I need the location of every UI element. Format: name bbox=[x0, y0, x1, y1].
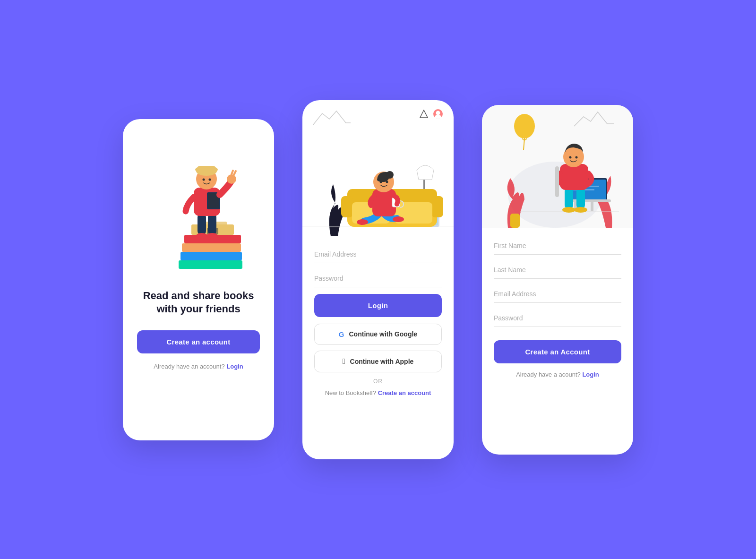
svg-rect-3 bbox=[179, 260, 242, 269]
svg-point-66 bbox=[576, 156, 578, 158]
signup-link-container: New to Bookshelf? Create an account bbox=[314, 389, 442, 396]
svg-point-61 bbox=[562, 207, 576, 213]
svg-point-48 bbox=[514, 114, 535, 138]
svg-rect-59 bbox=[565, 188, 573, 209]
svg-rect-21 bbox=[197, 166, 216, 172]
top-right-icons bbox=[420, 109, 443, 119]
google-signin-button[interactable]: G Continue with Google bbox=[314, 324, 442, 345]
create-account-link[interactable]: Create an account bbox=[378, 389, 431, 396]
circle-notification-icon bbox=[433, 109, 443, 119]
onboarding-card: Read and share books with your friends C… bbox=[123, 119, 274, 440]
svg-rect-47 bbox=[510, 214, 520, 228]
register-form: Create an Account Already have a acount?… bbox=[482, 228, 633, 440]
svg-rect-2 bbox=[180, 252, 242, 260]
svg-point-10 bbox=[196, 233, 207, 239]
svg-rect-60 bbox=[576, 188, 585, 209]
svg-point-23 bbox=[209, 178, 211, 181]
register-password-input[interactable] bbox=[494, 310, 621, 327]
svg-point-27 bbox=[435, 115, 441, 119]
or-divider: OR bbox=[314, 378, 442, 385]
login-card: Login G Continue with Google  Continue … bbox=[302, 100, 454, 459]
login-link-container: Already have a acount? Login bbox=[494, 371, 621, 378]
google-button-label: Continue with Google bbox=[349, 330, 418, 338]
create-account-button[interactable]: Create an Account bbox=[494, 340, 621, 363]
illustration-onboarding bbox=[137, 138, 260, 280]
svg-point-26 bbox=[436, 111, 440, 115]
apple-button-label: Continue with Apple bbox=[350, 358, 414, 365]
onboarding-tagline: Read and share books with your friends bbox=[137, 289, 260, 316]
illustration-register bbox=[482, 105, 633, 228]
password-input[interactable] bbox=[314, 270, 442, 287]
login-link[interactable]: Login bbox=[582, 371, 599, 378]
svg-rect-1 bbox=[182, 243, 241, 252]
apple-icon:  bbox=[343, 357, 345, 366]
svg-rect-9 bbox=[208, 214, 216, 235]
already-have-account-text: Already have an account? Login bbox=[154, 363, 243, 370]
already-have-text: Already have a acount? bbox=[516, 371, 581, 378]
google-icon: G bbox=[339, 330, 344, 338]
login-link[interactable]: Login bbox=[226, 363, 243, 370]
svg-point-45 bbox=[386, 181, 388, 183]
illustration-login bbox=[302, 128, 454, 236]
svg-point-15 bbox=[227, 174, 236, 184]
login-illustration bbox=[302, 128, 454, 236]
svg-marker-24 bbox=[420, 110, 428, 118]
svg-point-39 bbox=[393, 216, 404, 222]
svg-line-17 bbox=[234, 171, 236, 175]
register-card: Create an Account Already have a acount?… bbox=[482, 105, 633, 455]
svg-point-65 bbox=[569, 156, 572, 158]
card2-top-icons bbox=[302, 100, 454, 128]
email-input[interactable] bbox=[314, 246, 442, 263]
svg-point-43 bbox=[386, 171, 394, 179]
svg-point-11 bbox=[206, 233, 218, 239]
new-to-text: New to Bookshelf? bbox=[325, 389, 376, 396]
svg-rect-8 bbox=[198, 214, 206, 235]
create-account-button[interactable]: Create an account bbox=[137, 330, 260, 353]
svg-point-38 bbox=[357, 219, 368, 225]
mountains-icon-left bbox=[313, 109, 351, 128]
register-illustration bbox=[482, 105, 633, 228]
svg-rect-34 bbox=[341, 196, 353, 217]
apple-signin-button[interactable]:  Continue with Apple bbox=[314, 351, 442, 372]
svg-rect-35 bbox=[431, 196, 443, 217]
svg-point-22 bbox=[203, 178, 205, 181]
svg-point-44 bbox=[380, 181, 382, 183]
onboarding-illustration bbox=[137, 140, 260, 277]
first-name-input[interactable] bbox=[494, 237, 621, 255]
login-button[interactable]: Login bbox=[314, 294, 442, 317]
last-name-input[interactable] bbox=[494, 261, 621, 279]
svg-line-16 bbox=[232, 171, 233, 174]
triangle-icon bbox=[420, 110, 428, 118]
register-email-input[interactable] bbox=[494, 285, 621, 303]
login-form: Login G Continue with Google  Continue … bbox=[302, 236, 454, 445]
svg-point-62 bbox=[574, 207, 587, 213]
screens-container: Read and share books with your friends C… bbox=[123, 100, 633, 459]
svg-rect-67 bbox=[555, 166, 559, 197]
